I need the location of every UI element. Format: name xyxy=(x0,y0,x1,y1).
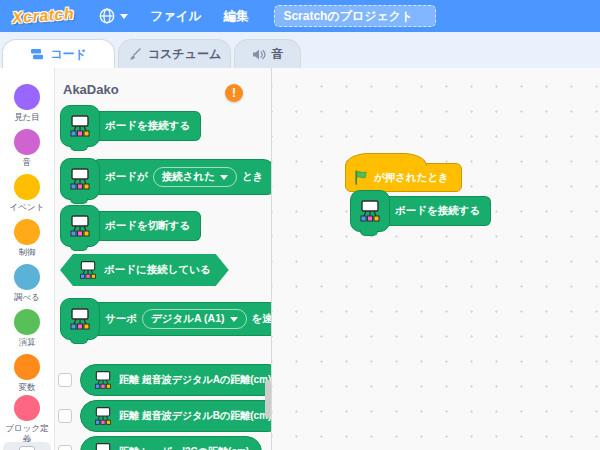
language-selector[interactable] xyxy=(98,7,128,25)
block-label: ボードを接続する xyxy=(105,119,190,133)
category-variables[interactable]: 変数 xyxy=(0,354,54,393)
paintbrush-icon xyxy=(128,48,142,61)
akadako-board-icon xyxy=(93,442,113,450)
akadako-board-icon xyxy=(93,406,113,426)
speaker-icon xyxy=(252,48,266,61)
block-when-board-connected[interactable]: ボードが 接続された とき xyxy=(60,158,272,200)
block-label: を速度 xyxy=(252,312,272,326)
project-name-input[interactable] xyxy=(274,5,436,27)
category-operators-dot xyxy=(14,309,40,335)
akadako-board-icon xyxy=(350,190,390,232)
block-connect-board-script[interactable]: ボードを接続する xyxy=(350,190,491,232)
reporter-row-ultrasonic-a: 距離 超音波デジタルAの距離(cm) xyxy=(58,364,272,396)
block-label: 距離 レーザーI2Cの距離(cm) xyxy=(119,445,249,450)
block-label: が押されたとき xyxy=(374,171,449,185)
chevron-down-icon xyxy=(120,14,128,19)
block-distance-ultrasonic-a[interactable]: 距離 超音波デジタルAの距離(cm) xyxy=(80,364,272,396)
category-looks-dot xyxy=(14,84,40,110)
category-events-dot xyxy=(14,174,40,200)
tab-sounds[interactable]: 音 xyxy=(234,39,301,68)
reporter-checkbox[interactable] xyxy=(58,445,72,450)
palette-header: AkaDako xyxy=(63,82,119,97)
menu-edit[interactable]: 編集 xyxy=(223,8,248,25)
akadako-board-icon xyxy=(78,260,98,280)
akadako-board-icon xyxy=(60,105,100,147)
akadako-board-icon xyxy=(60,298,100,340)
block-disconnect-board[interactable]: ボードを切断する xyxy=(60,205,201,247)
chevron-down-icon xyxy=(230,317,238,322)
tab-bar: コード コスチューム 音 xyxy=(0,32,600,68)
xcratch-app: Xcratch ファイル 編集 コード xyxy=(0,0,600,450)
block-connect-board[interactable]: ボードを接続する xyxy=(60,105,201,147)
category-myblocks-dot xyxy=(14,395,40,421)
category-column: 見た目 音 イベント 制御 調べる 演算 xyxy=(0,68,55,450)
block-servo-speed[interactable]: サーボ デジタルA (A1) を速度 100 xyxy=(60,298,272,340)
block-label: ボードを切断する xyxy=(105,219,190,233)
category-operators[interactable]: 演算 xyxy=(0,309,54,348)
category-events[interactable]: イベント xyxy=(0,174,54,213)
extension-square-icon xyxy=(19,446,35,450)
akadako-board-icon xyxy=(60,158,100,200)
block-distance-ultrasonic-b[interactable]: 距離 超音波デジタルBの距離(cm) xyxy=(80,400,272,432)
category-control[interactable]: 制御 xyxy=(0,219,54,258)
palette-scrollbar[interactable] xyxy=(265,380,271,418)
main-area: 見た目 音 イベント 制御 調べる 演算 xyxy=(0,68,600,450)
block-distance-laser-i2c[interactable]: 距離 レーザーI2Cの距離(cm) xyxy=(80,436,262,450)
block-label: サーボ xyxy=(105,312,137,326)
block-label: ボードが xyxy=(105,170,148,184)
extension-info-badge[interactable]: ! xyxy=(225,84,243,102)
tab-costumes-label: コスチューム xyxy=(148,46,221,63)
script-workspace[interactable]: が押されたとき ボードを接続する xyxy=(272,68,600,450)
category-looks[interactable]: 見た目 xyxy=(0,84,54,123)
menu-file[interactable]: ファイル xyxy=(150,8,201,25)
servo-port-dropdown[interactable]: デジタルA (A1) xyxy=(142,309,247,329)
category-akadako-extension[interactable] xyxy=(3,442,51,450)
reporter-row-laser-i2c: 距離 レーザーI2Cの距離(cm) xyxy=(58,436,262,450)
reporter-checkbox[interactable] xyxy=(58,409,72,423)
category-sound[interactable]: 音 xyxy=(0,129,54,168)
reporter-checkbox[interactable] xyxy=(58,373,72,387)
block-label: 距離 超音波デジタルAの距離(cm) xyxy=(119,373,271,387)
tab-code[interactable]: コード xyxy=(2,39,115,68)
green-flag-icon xyxy=(354,170,368,185)
globe-icon xyxy=(98,7,116,25)
block-when-flag-clicked[interactable]: が押されたとき xyxy=(345,163,462,192)
tab-code-label: コード xyxy=(50,46,87,63)
tab-costumes[interactable]: コスチューム xyxy=(118,39,231,68)
block-palette: AkaDako ! ボードを接続する xyxy=(55,68,272,450)
block-is-board-connected[interactable]: ボードに接続している xyxy=(60,254,229,286)
tab-sounds-label: 音 xyxy=(272,46,284,63)
akadako-board-icon xyxy=(93,370,113,390)
category-control-dot xyxy=(14,219,40,245)
menu-bar: Xcratch ファイル 編集 xyxy=(0,0,600,32)
block-label: ボードに接続している xyxy=(104,263,211,277)
code-blocks-icon xyxy=(30,48,44,61)
category-sensing-dot xyxy=(14,264,40,290)
akadako-board-icon xyxy=(60,205,100,247)
category-myblocks[interactable]: ブロック定義 xyxy=(0,395,54,444)
xcratch-logo[interactable]: Xcratch xyxy=(11,5,74,27)
reporter-row-ultrasonic-b: 距離 超音波デジタルBの距離(cm) xyxy=(58,400,272,432)
category-sensing[interactable]: 調べる xyxy=(0,264,54,303)
category-variables-dot xyxy=(14,354,40,380)
category-sound-dot xyxy=(14,129,40,155)
block-label: 距離 超音波デジタルBの距離(cm) xyxy=(119,409,271,423)
board-state-dropdown[interactable]: 接続された xyxy=(153,167,237,187)
block-label: ボードを接続する xyxy=(395,204,480,218)
chevron-down-icon xyxy=(220,175,228,180)
block-label: とき xyxy=(242,170,264,184)
